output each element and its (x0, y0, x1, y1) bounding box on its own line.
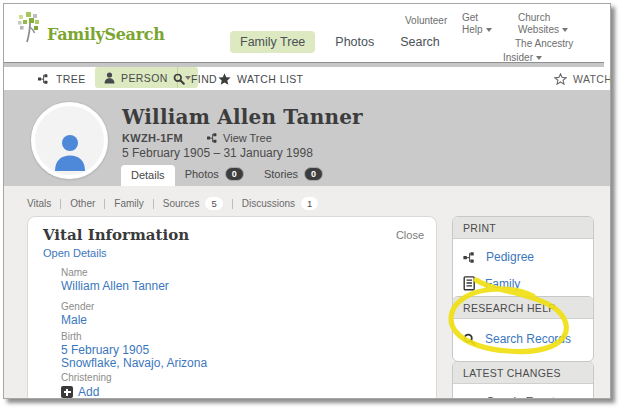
screenshot-frame: FamilySearch Family Tree Photos Search V… (3, 3, 611, 399)
latest-changes-box: LATEST CHANGES Couple Event Removed (452, 361, 594, 399)
site-header: FamilySearch Family Tree Photos Search V… (4, 4, 610, 62)
print-box: PRINT Pedigree (452, 216, 594, 305)
plus-icon (61, 386, 73, 398)
research-help-title: RESEARCH HELP (453, 297, 593, 319)
name-field: Name William Allen Tanner (61, 267, 169, 293)
volunteer-link[interactable]: Volunteer (405, 15, 447, 27)
church-websites-menu[interactable]: Church Websites (518, 12, 578, 36)
avatar[interactable] (31, 102, 108, 179)
field-label: Gender (61, 301, 94, 312)
birth-place-link[interactable]: Snowflake, Navajo, Arizona (61, 357, 207, 370)
star-icon (218, 73, 231, 85)
field-label: Name (61, 267, 169, 278)
name-value-link[interactable]: William Allen Tanner (61, 280, 169, 293)
subnav-vitals[interactable]: Vitals (27, 198, 51, 209)
nav-family-tree[interactable]: Family Tree (230, 31, 315, 53)
stories-count-badge: 0 (304, 167, 323, 181)
document-icon (463, 276, 476, 291)
person-header-band: William Allen Tanner KWZH-1FM View Tree … (4, 90, 610, 186)
birth-field: Birth 5 February 1905 Snowflake, Navajo,… (61, 331, 207, 370)
caret-down-icon (486, 28, 492, 32)
pedigree-icon (463, 252, 477, 263)
subnav-separator (60, 199, 61, 209)
subnav-sources[interactable]: Sources 5 (163, 197, 223, 210)
person-id: KWZH-1FM (122, 132, 183, 144)
subnav-other[interactable]: Other (70, 198, 95, 209)
subnav-separator (104, 199, 105, 209)
latest-change-item[interactable]: Couple Event Removed (453, 389, 593, 399)
tab-stories[interactable]: Stories 0 (254, 163, 333, 186)
card-title: Vital Information (43, 226, 189, 244)
subnav-separator (232, 199, 233, 209)
search-icon (463, 333, 476, 346)
view-tree-link[interactable]: View Tree (207, 132, 272, 144)
person-name: William Allen Tanner (122, 105, 363, 129)
nav-search[interactable]: Search (394, 31, 446, 53)
tab-photos[interactable]: Photos 0 (175, 163, 254, 186)
print-box-title: PRINT (453, 217, 593, 239)
nav-photos[interactable]: Photos (329, 31, 380, 53)
main-nav: Family Tree Photos Search (230, 31, 446, 53)
get-help-menu[interactable]: Get Help (462, 12, 498, 36)
subnav-discussions[interactable]: Discussions 1 (242, 197, 319, 210)
logo-text: FamilySearch (47, 27, 165, 43)
vital-information-card: Vital Information Close Open Details Nam… (27, 216, 437, 399)
photos-count-badge: 0 (225, 167, 244, 181)
discussions-count-badge: 1 (301, 197, 318, 210)
pedigree-icon (38, 74, 50, 84)
familysearch-logo-icon (18, 12, 44, 43)
person-silhouette-icon (48, 129, 92, 175)
gender-field: Gender Male (61, 301, 94, 327)
details-subnav: Vitals Other Family Sources 5 Discussion… (27, 197, 318, 210)
tree-toolbar: TREE PERSON FIND (4, 67, 610, 90)
research-help-box: RESEARCH HELP Search Records (452, 296, 594, 362)
tree-menu-button[interactable]: TREE (38, 69, 101, 88)
familysearch-logo[interactable]: FamilySearch (18, 12, 165, 43)
watch-list-button[interactable]: WATCH LIST (218, 69, 303, 88)
subnav-family[interactable]: Family (114, 198, 143, 209)
field-label: Christening (61, 372, 112, 383)
print-pedigree-link[interactable]: Pedigree (453, 244, 593, 270)
tab-details[interactable]: Details (121, 165, 175, 186)
watch-button[interactable]: WATCH (554, 69, 611, 88)
subnav-separator (153, 199, 154, 209)
ancestry-insider-line1[interactable]: The Ancestry (515, 38, 573, 50)
christening-field: Christening Add (61, 372, 112, 399)
caret-down-icon (536, 56, 542, 60)
field-label: Birth (61, 331, 207, 342)
search-records-link[interactable]: Search Records (453, 326, 593, 352)
details-content: Vitals Other Family Sources 5 Discussion… (4, 186, 610, 399)
find-button[interactable]: FIND (173, 69, 217, 88)
add-christening-button[interactable]: Add (61, 385, 112, 399)
person-tabs: Details Photos 0 Stories 0 (121, 163, 333, 186)
open-details-link[interactable]: Open Details (43, 247, 107, 259)
search-icon (173, 73, 185, 85)
star-outline-icon (554, 73, 567, 85)
close-button[interactable]: Close (396, 229, 424, 241)
print-family-link[interactable]: Family (453, 270, 593, 297)
latest-changes-title: LATEST CHANGES (453, 362, 593, 384)
gender-value-link[interactable]: Male (61, 314, 94, 327)
pedigree-icon (207, 133, 219, 143)
person-lifespan: 5 February 1905 – 31 January 1998 (122, 146, 313, 160)
caret-down-icon (562, 28, 568, 32)
person-icon (104, 72, 115, 84)
sources-count-badge: 5 (205, 197, 222, 210)
